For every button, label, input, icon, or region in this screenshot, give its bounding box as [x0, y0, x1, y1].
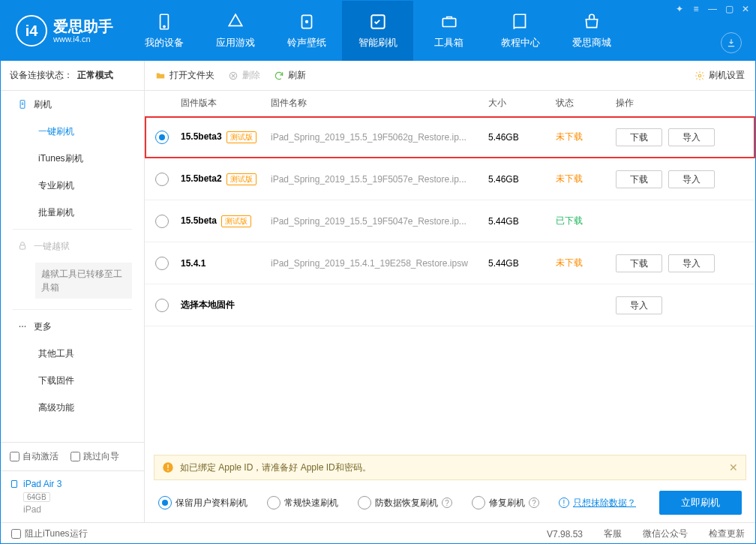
beta-tag: 测试版	[221, 215, 251, 227]
sidebar-item-batch[interactable]: 批量刷机	[1, 199, 144, 226]
col-status: 状态	[556, 97, 616, 110]
nav-tab-tutorial[interactable]: 教程中心	[484, 1, 556, 61]
download-button[interactable]: 下载	[616, 254, 662, 272]
nav-tab-store[interactable]: 爱思商城	[556, 1, 627, 61]
flash-opt-keep[interactable]: 保留用户资料刷机	[158, 496, 248, 509]
download-button[interactable]: 下载	[616, 128, 662, 146]
firmware-row[interactable]: 15.4.1iPad_Spring_2019_15.4.1_19E258_Res…	[145, 242, 755, 284]
column-headers: 固件版本 固件名称 大小 状态 操作	[145, 91, 755, 116]
toolbar: 打开文件夹 删除 刷新 刷机设置	[145, 61, 755, 91]
block-itunes-checkbox[interactable]: 阻止iTunes运行	[11, 527, 88, 540]
erase-link[interactable]: !只想抹除数据？	[559, 497, 636, 509]
sidebar-item-advanced[interactable]: 高级功能	[1, 394, 144, 421]
refresh-button[interactable]: 刷新	[274, 69, 306, 82]
firmware-name: iPad_Spring_2019_15.4.1_19E258_Restore.i…	[271, 258, 488, 269]
flash-now-button[interactable]: 立即刷机	[659, 491, 742, 515]
close-icon[interactable]: ✕	[740, 4, 751, 14]
flash-opt-antirec[interactable]: 防数据恢复刷机?	[358, 496, 452, 509]
sidebar-item-itunes[interactable]: iTunes刷机	[1, 145, 144, 172]
svg-point-3	[304, 20, 308, 23]
firmware-name: iPad_Spring_2019_15.5_19F5047e_Restore.i…	[271, 216, 488, 227]
col-ops: 操作	[616, 97, 745, 110]
nav-tab-ringtone[interactable]: 铃声壁纸	[271, 1, 342, 61]
svg-point-9	[22, 326, 23, 327]
firmware-version: 选择本地固件	[181, 299, 271, 311]
firmware-version: 15.4.1	[181, 258, 271, 269]
nav-tab-apps[interactable]: 应用游戏	[200, 1, 271, 61]
nav-tabs: 我的设备 应用游戏 铃声壁纸 智能刷机 工具箱 教程中心 爱思商城	[128, 1, 755, 61]
device-name[interactable]: iPad Air 3	[10, 479, 135, 489]
sidebar-more[interactable]: 更多	[1, 313, 144, 340]
help-icon[interactable]: ?	[442, 497, 452, 508]
radio-select[interactable]	[155, 215, 169, 228]
firmware-row[interactable]: 15.5beta测试版iPad_Spring_2019_15.5_19F5047…	[145, 200, 755, 242]
sidebar-jailbreak: 一键越狱	[1, 233, 144, 260]
divider	[13, 229, 132, 230]
radio-select[interactable]	[155, 257, 169, 270]
import-button[interactable]: 导入	[668, 170, 715, 188]
wechat-link[interactable]: 微信公众号	[643, 527, 688, 540]
download-button[interactable]: 下载	[616, 170, 662, 188]
flash-opt-normal[interactable]: 常规快速刷机	[267, 496, 338, 509]
import-button[interactable]: 导入	[668, 128, 715, 146]
warning-text: 如已绑定 Apple ID，请准备好 Apple ID和密码。	[180, 461, 371, 474]
minimize-icon[interactable]: —	[707, 4, 718, 14]
body: 设备连接状态： 正常模式 刷机 一键刷机 iTunes刷机 专业刷机 批量刷机 …	[1, 61, 755, 522]
firmware-row[interactable]: 选择本地固件导入	[145, 284, 755, 326]
help-icon[interactable]: ?	[529, 497, 539, 508]
delete-button: 删除	[228, 69, 260, 82]
firmware-name: iPad_Spring_2019_15.5_19F5057e_Restore.i…	[271, 174, 488, 185]
firmware-status: 未下载	[556, 257, 616, 269]
sidebar-item-oneclick[interactable]: 一键刷机	[1, 118, 144, 145]
svg-rect-11	[12, 481, 17, 488]
svg-point-15	[167, 469, 169, 470]
sidebar-item-pro[interactable]: 专业刷机	[1, 172, 144, 199]
svg-point-10	[25, 326, 26, 327]
device-capacity: 64GB	[23, 492, 50, 502]
logo-icon: i4	[16, 15, 47, 47]
flash-settings-button[interactable]: 刷机设置	[694, 69, 745, 82]
nav-tab-toolbox[interactable]: 工具箱	[413, 1, 484, 61]
maximize-icon[interactable]: ▢	[724, 4, 734, 14]
skip-guide-checkbox[interactable]: 跳过向导	[70, 450, 119, 463]
main: 打开文件夹 删除 刷新 刷机设置 固件版本 固件名称 大小 状态 操作 15.5…	[145, 61, 755, 522]
firmware-row[interactable]: 15.5beta2测试版iPad_Spring_2019_15.5_19F505…	[145, 158, 755, 200]
import-button[interactable]: 导入	[616, 296, 662, 314]
statusbar: 阻止iTunes运行 V7.98.53 客服 微信公众号 检查更新	[1, 522, 755, 544]
customer-service-link[interactable]: 客服	[604, 527, 622, 540]
window-controls: ✦ ≡ — ▢ ✕	[674, 4, 751, 14]
radio-select[interactable]	[155, 131, 169, 144]
auto-activate-checkbox[interactable]: 自动激活	[10, 450, 58, 463]
sidebar-item-download[interactable]: 下载固件	[1, 367, 144, 394]
import-button[interactable]: 导入	[668, 254, 715, 272]
firmware-version: 15.5beta3测试版	[181, 131, 271, 143]
col-version: 固件版本	[181, 97, 271, 110]
close-warning-icon[interactable]: ✕	[729, 461, 738, 473]
nav-tab-device[interactable]: 我的设备	[128, 1, 200, 61]
firmware-row[interactable]: 15.5beta3测试版iPad_Spring_2019_15.5_19F506…	[145, 116, 755, 158]
firmware-status: 未下载	[556, 173, 616, 185]
divider	[13, 309, 132, 310]
firmware-name: iPad_Spring_2019_15.5_19F5062g_Restore.i…	[271, 132, 488, 143]
beta-tag: 测试版	[226, 131, 256, 143]
radio-select[interactable]	[155, 299, 169, 312]
download-manager-icon[interactable]	[721, 32, 742, 53]
firmware-size: 5.44GB	[488, 216, 556, 227]
col-size: 大小	[488, 97, 556, 110]
jailbreak-note: 越狱工具已转移至工具箱	[35, 263, 132, 299]
open-folder-button[interactable]: 打开文件夹	[155, 69, 214, 82]
flash-opt-repair[interactable]: 修复刷机?	[472, 496, 539, 509]
radio-select[interactable]	[155, 173, 169, 186]
brand-en: www.i4.cn	[53, 35, 113, 44]
nav-tab-flash[interactable]: 智能刷机	[342, 1, 413, 61]
version-label: V7.98.53	[547, 529, 583, 539]
firmware-status: 未下载	[556, 131, 616, 143]
svg-point-8	[20, 326, 21, 327]
menu-icon[interactable]: ≡	[691, 4, 701, 14]
check-update-link[interactable]: 检查更新	[709, 527, 745, 540]
sidebar-flash[interactable]: 刷机	[1, 91, 144, 118]
sidebar-item-other[interactable]: 其他工具	[1, 340, 144, 367]
settings-icon[interactable]: ✦	[674, 4, 685, 14]
firmware-size: 5.44GB	[488, 258, 556, 269]
svg-rect-5	[442, 19, 455, 27]
